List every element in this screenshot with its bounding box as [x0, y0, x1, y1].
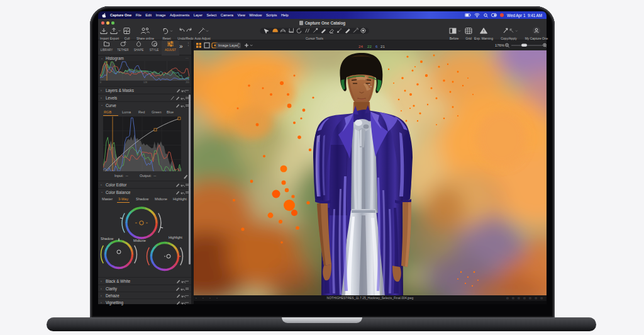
svg-text:21: 21: [380, 44, 385, 48]
svg-text:Image Layer: Image Layer: [218, 43, 238, 47]
svg-text:176%: 176%: [495, 43, 504, 47]
svg-text:6: 6: [375, 44, 378, 48]
svg-text:24: 24: [358, 44, 363, 48]
svg-text:22: 22: [367, 44, 372, 48]
